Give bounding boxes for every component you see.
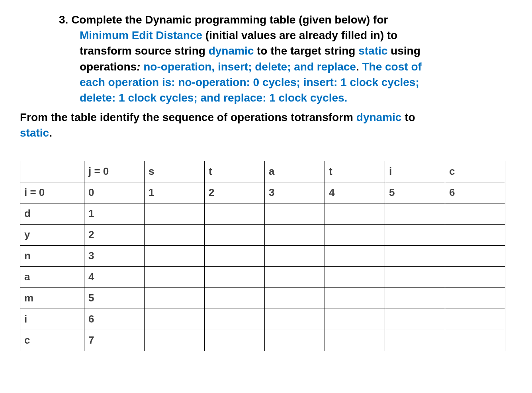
table-row: i = 0 0 1 2 3 4 5 6	[20, 182, 505, 203]
cell	[145, 330, 205, 351]
question-number: 3.	[20, 14, 68, 26]
cell	[205, 266, 265, 287]
header-j0: j = 0	[84, 161, 145, 182]
cell	[325, 287, 385, 309]
cell	[445, 203, 505, 224]
cell	[265, 266, 325, 287]
cell	[265, 224, 325, 245]
cell	[385, 309, 445, 330]
row-hdr-d: d	[20, 203, 84, 224]
source-string: dynamic	[209, 45, 254, 57]
table-header-row: j = 0 s t a t i c	[20, 161, 505, 182]
table-row: y 2	[20, 224, 505, 245]
cell	[445, 266, 505, 287]
table-row: d 1	[20, 203, 505, 224]
cell: 1	[145, 182, 205, 203]
row-hdr-n: n	[20, 245, 84, 266]
cell	[445, 245, 505, 266]
cell	[145, 309, 205, 330]
cell	[145, 245, 205, 266]
cell	[385, 330, 445, 351]
cell	[325, 266, 385, 287]
cell	[445, 309, 505, 330]
term-min-edit-distance: Minimum Edit Distance	[80, 29, 202, 41]
question-line3b: to the target string	[254, 45, 358, 57]
cell	[205, 224, 265, 245]
row-hdr-a: a	[20, 266, 84, 287]
cell	[385, 224, 445, 245]
cell: 5	[385, 182, 445, 203]
cell: 6	[84, 309, 145, 330]
table-row: n 3	[20, 245, 505, 266]
question-colon: :	[137, 61, 143, 73]
cell: 0	[84, 182, 145, 203]
followup-text: From the table identify the sequence of …	[20, 109, 512, 141]
header-empty	[20, 161, 84, 182]
cell: 5	[84, 287, 145, 309]
cell	[265, 330, 325, 351]
cell: 2	[205, 182, 265, 203]
row-hdr-y: y	[20, 224, 84, 245]
followup-dynamic: dynamic	[356, 111, 402, 123]
cell	[265, 287, 325, 309]
header-t2: t	[325, 161, 385, 182]
cell: 2	[84, 224, 145, 245]
question-text: 3. Complete the Dynamic programming tabl…	[20, 12, 512, 106]
header-t1: t	[205, 161, 265, 182]
cell	[205, 203, 265, 224]
cell	[145, 224, 205, 245]
cell	[325, 309, 385, 330]
cell	[385, 203, 445, 224]
table-row: m 5	[20, 287, 505, 309]
page: 3. Complete the Dynamic programming tabl…	[0, 0, 532, 375]
header-i: i	[385, 161, 445, 182]
target-string: static	[358, 45, 387, 57]
cell: 6	[445, 182, 505, 203]
cost-line3: delete: 1 clock cycles; and replace: 1 c…	[80, 92, 347, 104]
cell	[205, 330, 265, 351]
question-line3a: transform source string	[80, 45, 209, 57]
cell: 4	[325, 182, 385, 203]
question-line4b: .	[356, 61, 362, 73]
cell	[325, 203, 385, 224]
cell	[265, 309, 325, 330]
question-line3c: using	[387, 45, 420, 57]
followup-a: From the table identify the sequence of …	[20, 111, 356, 123]
cell	[265, 203, 325, 224]
cell: 1	[84, 203, 145, 224]
cell	[325, 330, 385, 351]
question-line2: (initial values are already filled in) t…	[202, 29, 397, 41]
row-hdr-i0: i = 0	[20, 182, 84, 203]
cell	[385, 245, 445, 266]
row-hdr-c: c	[20, 330, 84, 351]
cost-line2: each operation is: no-operation: 0 cycle…	[80, 76, 419, 88]
dp-table: j = 0 s t a t i c i = 0 0 1 2 3 4 5 6 d …	[20, 161, 505, 351]
cell	[265, 245, 325, 266]
followup-c: .	[49, 127, 52, 139]
cell: 4	[84, 266, 145, 287]
table-row: c 7	[20, 330, 505, 351]
table-row: a 4	[20, 266, 505, 287]
row-hdr-m: m	[20, 287, 84, 309]
cell	[145, 203, 205, 224]
cell	[325, 224, 385, 245]
cell: 7	[84, 330, 145, 351]
cell	[445, 287, 505, 309]
question-line1: Complete the Dynamic programming table (…	[68, 14, 388, 26]
header-c: c	[445, 161, 505, 182]
cell	[205, 309, 265, 330]
cost-line1: The cost of	[362, 61, 421, 73]
cell	[325, 245, 385, 266]
followup-b: to	[401, 111, 415, 123]
cell	[145, 287, 205, 309]
cell	[385, 266, 445, 287]
cell	[205, 245, 265, 266]
cell: 3	[265, 182, 325, 203]
cell	[445, 224, 505, 245]
header-s: s	[145, 161, 205, 182]
header-a: a	[265, 161, 325, 182]
cell: 3	[84, 245, 145, 266]
cell	[145, 266, 205, 287]
cell	[385, 287, 445, 309]
cell	[445, 330, 505, 351]
